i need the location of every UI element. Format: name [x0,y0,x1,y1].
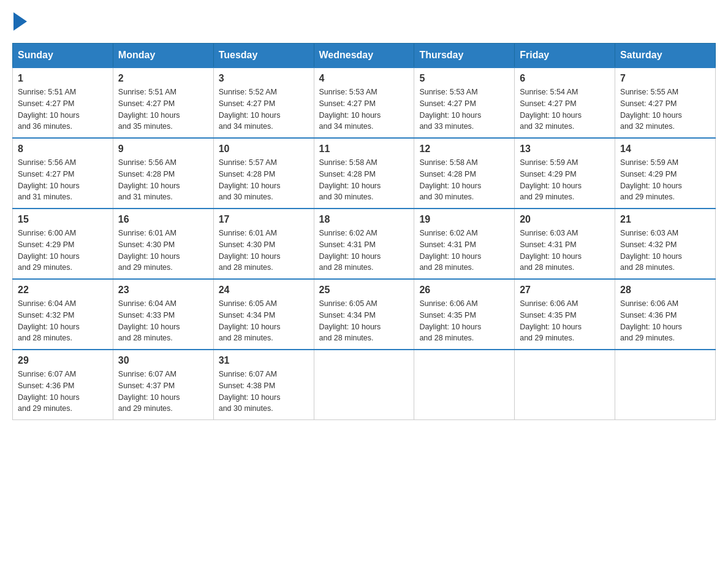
day-info: Sunrise: 5:57 AMSunset: 4:28 PMDaylight:… [219,157,309,203]
day-number: 14 [620,144,710,155]
day-number: 16 [118,214,208,225]
day-cell-29: 29Sunrise: 6:07 AMSunset: 4:36 PMDayligh… [13,350,113,420]
day-info: Sunrise: 6:07 AMSunset: 4:36 PMDaylight:… [18,369,108,415]
day-cell-19: 19Sunrise: 6:02 AMSunset: 4:31 PMDayligh… [414,209,515,279]
day-number: 20 [520,214,610,225]
day-cell-18: 18Sunrise: 6:02 AMSunset: 4:31 PMDayligh… [314,209,414,279]
day-cell-10: 10Sunrise: 5:57 AMSunset: 4:28 PMDayligh… [213,138,314,209]
day-cell-14: 14Sunrise: 5:59 AMSunset: 4:29 PMDayligh… [615,138,716,209]
day-cell-8: 8Sunrise: 5:56 AMSunset: 4:27 PMDaylight… [13,138,113,209]
weekday-saturday: Saturday [615,44,716,68]
day-number: 2 [118,73,208,84]
day-number: 27 [520,285,610,296]
day-cell-11: 11Sunrise: 5:58 AMSunset: 4:28 PMDayligh… [314,138,414,209]
day-info: Sunrise: 6:01 AMSunset: 4:30 PMDaylight:… [118,228,208,274]
day-info: Sunrise: 5:54 AMSunset: 4:27 PMDaylight:… [520,86,610,132]
day-cell-25: 25Sunrise: 6:05 AMSunset: 4:34 PMDayligh… [314,279,414,350]
day-info: Sunrise: 5:58 AMSunset: 4:28 PMDaylight:… [419,157,509,203]
day-number: 22 [18,285,108,296]
day-info: Sunrise: 6:06 AMSunset: 4:35 PMDaylight:… [520,298,610,344]
day-number: 15 [18,214,108,225]
day-number: 4 [319,73,409,84]
day-cell-27: 27Sunrise: 6:06 AMSunset: 4:35 PMDayligh… [515,279,615,350]
day-number: 12 [419,144,509,155]
empty-cell [515,350,615,420]
day-cell-4: 4Sunrise: 5:53 AMSunset: 4:27 PMDaylight… [314,67,414,138]
day-cell-21: 21Sunrise: 6:03 AMSunset: 4:32 PMDayligh… [615,209,716,279]
day-info: Sunrise: 6:06 AMSunset: 4:36 PMDaylight:… [620,298,710,344]
day-number: 19 [419,214,509,225]
day-cell-1: 1Sunrise: 5:51 AMSunset: 4:27 PMDaylight… [13,67,113,138]
day-number: 1 [18,73,108,84]
weekday-thursday: Thursday [414,44,515,68]
day-cell-7: 7Sunrise: 5:55 AMSunset: 4:27 PMDaylight… [615,67,716,138]
calendar-body: 1Sunrise: 5:51 AMSunset: 4:27 PMDaylight… [13,67,716,420]
empty-cell [314,350,414,420]
week-row-4: 22Sunrise: 6:04 AMSunset: 4:32 PMDayligh… [13,279,716,350]
day-info: Sunrise: 6:06 AMSunset: 4:35 PMDaylight:… [419,298,509,344]
day-cell-15: 15Sunrise: 6:00 AMSunset: 4:29 PMDayligh… [13,209,113,279]
day-cell-9: 9Sunrise: 5:56 AMSunset: 4:28 PMDaylight… [113,138,213,209]
day-info: Sunrise: 6:03 AMSunset: 4:31 PMDaylight:… [520,228,610,274]
day-cell-20: 20Sunrise: 6:03 AMSunset: 4:31 PMDayligh… [515,209,615,279]
day-cell-3: 3Sunrise: 5:52 AMSunset: 4:27 PMDaylight… [213,67,314,138]
day-info: Sunrise: 6:05 AMSunset: 4:34 PMDaylight:… [319,298,409,344]
weekday-monday: Monday [113,44,213,68]
logo-triangle-icon [13,12,27,31]
day-number: 7 [620,73,710,84]
day-info: Sunrise: 5:53 AMSunset: 4:27 PMDaylight:… [419,86,509,132]
day-cell-24: 24Sunrise: 6:05 AMSunset: 4:34 PMDayligh… [213,279,314,350]
day-info: Sunrise: 6:01 AMSunset: 4:30 PMDaylight:… [219,228,309,274]
weekday-tuesday: Tuesday [213,44,314,68]
day-number: 23 [118,285,208,296]
calendar-table: SundayMondayTuesdayWednesdayThursdayFrid… [12,43,716,420]
day-info: Sunrise: 5:59 AMSunset: 4:29 PMDaylight:… [620,157,710,203]
day-info: Sunrise: 6:02 AMSunset: 4:31 PMDaylight:… [319,228,409,274]
day-cell-16: 16Sunrise: 6:01 AMSunset: 4:30 PMDayligh… [113,209,213,279]
logo [12,12,27,31]
day-number: 21 [620,214,710,225]
weekday-header-row: SundayMondayTuesdayWednesdayThursdayFrid… [13,44,716,68]
day-number: 31 [219,355,309,366]
week-row-5: 29Sunrise: 6:07 AMSunset: 4:36 PMDayligh… [13,350,716,420]
empty-cell [615,350,716,420]
calendar-header: SundayMondayTuesdayWednesdayThursdayFrid… [13,44,716,68]
week-row-1: 1Sunrise: 5:51 AMSunset: 4:27 PMDaylight… [13,67,716,138]
weekday-sunday: Sunday [13,44,113,68]
day-cell-23: 23Sunrise: 6:04 AMSunset: 4:33 PMDayligh… [113,279,213,350]
day-info: Sunrise: 5:56 AMSunset: 4:28 PMDaylight:… [118,157,208,203]
day-number: 3 [219,73,309,84]
day-cell-5: 5Sunrise: 5:53 AMSunset: 4:27 PMDaylight… [414,67,515,138]
weekday-wednesday: Wednesday [314,44,414,68]
day-cell-31: 31Sunrise: 6:07 AMSunset: 4:38 PMDayligh… [213,350,314,420]
day-number: 18 [319,214,409,225]
day-info: Sunrise: 6:02 AMSunset: 4:31 PMDaylight:… [419,228,509,274]
day-info: Sunrise: 6:07 AMSunset: 4:37 PMDaylight:… [118,369,208,415]
day-number: 5 [419,73,509,84]
day-info: Sunrise: 6:04 AMSunset: 4:33 PMDaylight:… [118,298,208,344]
day-number: 30 [118,355,208,366]
day-number: 6 [520,73,610,84]
day-cell-22: 22Sunrise: 6:04 AMSunset: 4:32 PMDayligh… [13,279,113,350]
day-info: Sunrise: 5:51 AMSunset: 4:27 PMDaylight:… [18,86,108,132]
day-info: Sunrise: 5:51 AMSunset: 4:27 PMDaylight:… [118,86,208,132]
day-info: Sunrise: 6:05 AMSunset: 4:34 PMDaylight:… [219,298,309,344]
day-number: 8 [18,144,108,155]
day-info: Sunrise: 5:59 AMSunset: 4:29 PMDaylight:… [520,157,610,203]
day-info: Sunrise: 5:53 AMSunset: 4:27 PMDaylight:… [319,86,409,132]
day-cell-28: 28Sunrise: 6:06 AMSunset: 4:36 PMDayligh… [615,279,716,350]
day-number: 25 [319,285,409,296]
week-row-3: 15Sunrise: 6:00 AMSunset: 4:29 PMDayligh… [13,209,716,279]
day-number: 10 [219,144,309,155]
day-number: 17 [219,214,309,225]
day-cell-26: 26Sunrise: 6:06 AMSunset: 4:35 PMDayligh… [414,279,515,350]
day-cell-17: 17Sunrise: 6:01 AMSunset: 4:30 PMDayligh… [213,209,314,279]
day-number: 29 [18,355,108,366]
day-cell-2: 2Sunrise: 5:51 AMSunset: 4:27 PMDaylight… [113,67,213,138]
day-info: Sunrise: 5:52 AMSunset: 4:27 PMDaylight:… [219,86,309,132]
day-number: 13 [520,144,610,155]
day-number: 28 [620,285,710,296]
day-info: Sunrise: 5:55 AMSunset: 4:27 PMDaylight:… [620,86,710,132]
day-number: 26 [419,285,509,296]
day-number: 9 [118,144,208,155]
